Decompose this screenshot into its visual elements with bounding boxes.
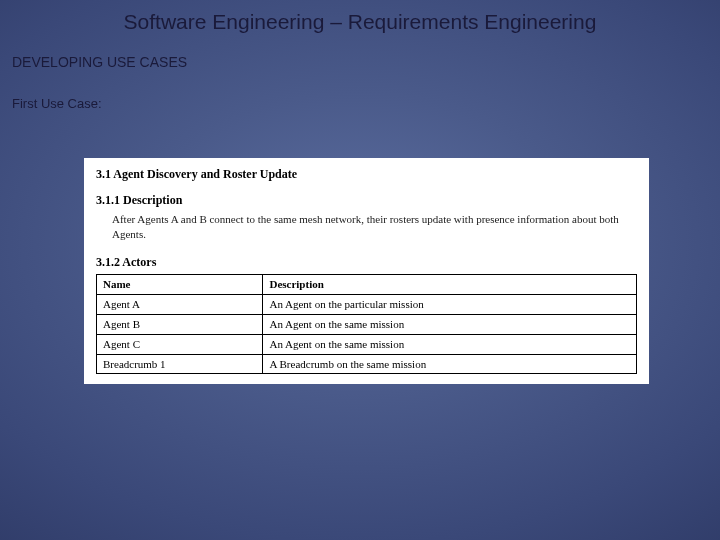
- table-cell-name: Breadcrumb 1: [97, 354, 263, 374]
- table-cell-description: An Agent on the particular mission: [263, 295, 637, 315]
- slide-title: Software Engineering – Requirements Engi…: [0, 0, 720, 34]
- table-row: Agent B An Agent on the same mission: [97, 314, 637, 334]
- table-row: Agent A An Agent on the particular missi…: [97, 295, 637, 315]
- actors-table: Name Description Agent A An Agent on the…: [96, 274, 637, 374]
- doc-heading-3-1-1: 3.1.1 Description: [96, 192, 637, 208]
- table-header-description: Description: [263, 275, 637, 295]
- sub-heading: First Use Case:: [0, 70, 720, 111]
- table-row: Agent C An Agent on the same mission: [97, 334, 637, 354]
- doc-heading-3-1: 3.1 Agent Discovery and Roster Update: [96, 166, 637, 182]
- table-cell-name: Agent A: [97, 295, 263, 315]
- embedded-document: 3.1 Agent Discovery and Roster Update 3.…: [84, 158, 649, 384]
- section-heading: DEVELOPING USE CASES: [0, 34, 720, 70]
- table-header-name: Name: [97, 275, 263, 295]
- table-row: Breadcrumb 1 A Breadcrumb on the same mi…: [97, 354, 637, 374]
- table-cell-description: An Agent on the same mission: [263, 314, 637, 334]
- table-cell-name: Agent B: [97, 314, 263, 334]
- table-cell-description: An Agent on the same mission: [263, 334, 637, 354]
- table-cell-description: A Breadcrumb on the same mission: [263, 354, 637, 374]
- table-header-row: Name Description: [97, 275, 637, 295]
- table-cell-name: Agent C: [97, 334, 263, 354]
- doc-heading-3-1-2: 3.1.2 Actors: [96, 254, 637, 270]
- doc-description: After Agents A and B connect to the same…: [112, 212, 637, 242]
